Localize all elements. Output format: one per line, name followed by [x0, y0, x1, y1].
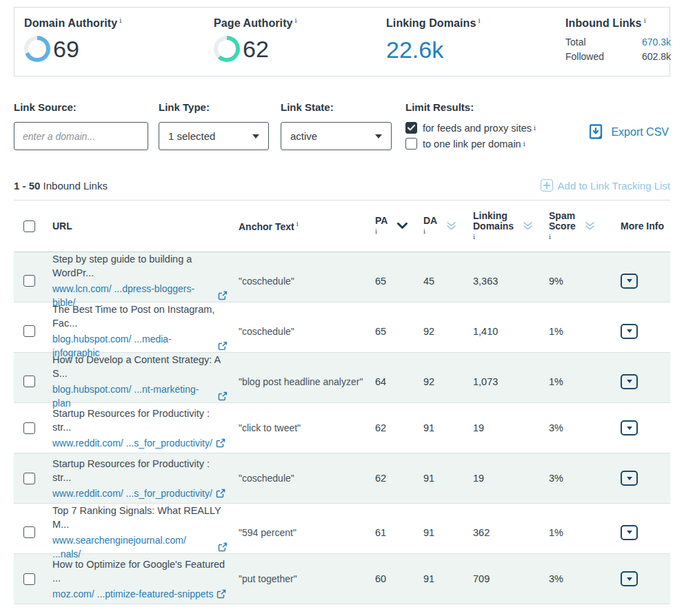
- link-url[interactable]: www.reddit.com/ ...s_for_productivity/: [52, 486, 225, 500]
- limit-option-domain[interactable]: to one link per domain i: [405, 138, 578, 150]
- info-icon[interactable]: i: [423, 226, 437, 236]
- row-checkbox[interactable]: [23, 526, 35, 538]
- linking-domains-value: 19: [473, 473, 549, 484]
- anchor-text: "594 percent": [239, 527, 375, 538]
- anchor-text: "blog post headline analyzer": [239, 376, 375, 387]
- inbound-links-label: Inbound Linksi: [565, 17, 671, 30]
- external-link-icon[interactable]: [217, 589, 226, 599]
- more-info-button[interactable]: [621, 374, 638, 389]
- pa-value: 64: [375, 376, 423, 387]
- filter-link-state: Link State: active: [281, 101, 392, 150]
- inbound-total-value[interactable]: 670.3k: [642, 35, 671, 50]
- metric-inbound-links: Inbound Linksi Total 670.3k Followed 602…: [565, 17, 671, 76]
- domain-authority-donut: [24, 36, 50, 62]
- sort-active-desc-icon[interactable]: [397, 223, 408, 229]
- filters-bar: Link Source: Link Type: 1 selected Link …: [14, 101, 670, 154]
- info-icon[interactable]: i: [523, 140, 525, 147]
- column-header-da[interactable]: DAi: [423, 216, 473, 236]
- linking-domains-value: 3,363: [473, 276, 549, 287]
- external-link-icon[interactable]: [218, 391, 228, 401]
- domain-authority-label: Domain Authorityi: [24, 17, 214, 30]
- limit-option-feeds[interactable]: for feeds and proxy sites i: [405, 122, 578, 134]
- link-type-value: 1 selected: [168, 130, 215, 142]
- more-info-button[interactable]: [621, 420, 638, 435]
- more-info-button[interactable]: [621, 324, 638, 339]
- spam-score-value: 1%: [549, 326, 610, 337]
- anchor-text: "click to tweet": [239, 422, 375, 433]
- external-link-icon[interactable]: [218, 542, 228, 552]
- da-value: 91: [423, 473, 473, 484]
- info-icon[interactable]: i: [296, 220, 299, 227]
- more-info-button[interactable]: [621, 525, 638, 540]
- chevron-down-icon: [627, 427, 632, 430]
- more-info-button[interactable]: [621, 274, 638, 289]
- column-header-spam-score[interactable]: SpamScorei: [549, 211, 610, 242]
- results-bar: 1 - 50 Inbound Links Add to Link Trackin…: [14, 179, 670, 192]
- link-type-dropdown[interactable]: 1 selected: [159, 122, 269, 150]
- external-link-icon[interactable]: [218, 341, 228, 351]
- info-icon[interactable]: i: [549, 232, 576, 242]
- link-title: Step by step guide to building a WordPr.…: [52, 252, 228, 280]
- page-authority-donut: [214, 36, 240, 62]
- column-header-url[interactable]: URL: [52, 220, 239, 232]
- limit-option-domain-label: to one link per domain: [423, 138, 521, 150]
- spam-score-value: 1%: [549, 527, 610, 538]
- external-link-icon[interactable]: [216, 438, 225, 448]
- linking-domains-value[interactable]: 22.6k: [386, 38, 565, 61]
- row-checkbox[interactable]: [23, 422, 35, 434]
- add-to-link-tracking-button[interactable]: Add to Link Tracking List: [541, 179, 670, 192]
- link-title: The Best Time to Post on Instagram, Fac.…: [52, 302, 228, 330]
- column-header-linking-domains[interactable]: LinkingDomainsi: [473, 211, 549, 242]
- row-checkbox[interactable]: [23, 275, 35, 287]
- chevron-down-icon: [627, 329, 632, 333]
- anchor-text: "put together": [239, 573, 375, 584]
- link-url-text[interactable]: www.reddit.com/ ...s_for_productivity/: [52, 486, 212, 500]
- inbound-total-label: Total: [565, 35, 586, 50]
- link-source-input[interactable]: [14, 122, 148, 150]
- export-csv-icon: [590, 123, 604, 141]
- more-info-button[interactable]: [621, 571, 638, 586]
- pa-value: 61: [375, 527, 423, 538]
- pa-value: 65: [375, 326, 423, 337]
- chevron-down-icon: [252, 134, 259, 138]
- filter-link-type: Link Type: 1 selected: [159, 101, 269, 150]
- sort-icon[interactable]: [585, 222, 594, 230]
- info-icon[interactable]: i: [119, 17, 121, 24]
- link-title: How to Optimize for Google's Featured ..…: [52, 557, 228, 585]
- table-row: The Best Time to Post on Instagram, Fac.…: [14, 302, 670, 353]
- column-header-pa[interactable]: PAi: [375, 216, 423, 236]
- row-checkbox[interactable]: [23, 473, 35, 484]
- info-icon[interactable]: i: [473, 232, 514, 242]
- info-icon[interactable]: i: [644, 17, 646, 24]
- external-link-icon[interactable]: [218, 291, 228, 300]
- checkbox-feeds[interactable]: [405, 122, 417, 134]
- select-all-checkbox[interactable]: [23, 220, 35, 232]
- link-url-text[interactable]: moz.com/ ...ptimize-featured-snippets: [52, 587, 213, 601]
- checkbox-one-per-domain[interactable]: [405, 138, 417, 150]
- link-type-label: Link Type:: [159, 101, 269, 113]
- link-url[interactable]: moz.com/ ...ptimize-featured-snippets: [52, 587, 226, 601]
- link-url-text[interactable]: www.reddit.com/ ...s_for_productivity/: [52, 436, 212, 450]
- export-csv-button[interactable]: Export CSV: [590, 123, 670, 141]
- table-row: Step by step guide to building a WordPr.…: [14, 252, 670, 302]
- link-state-dropdown[interactable]: active: [281, 122, 392, 150]
- column-header-anchor-text[interactable]: Anchor Texti: [239, 220, 375, 232]
- results-count: 1 - 50 Inbound Links: [14, 180, 108, 192]
- row-checkbox[interactable]: [23, 325, 35, 337]
- row-checkbox[interactable]: [23, 573, 35, 585]
- linking-domains-value: 1,410: [473, 326, 549, 337]
- anchor-text: "coschedule": [239, 276, 375, 287]
- link-url[interactable]: www.reddit.com/ ...s_for_productivity/: [52, 436, 225, 450]
- row-checkbox[interactable]: [23, 376, 35, 387]
- info-icon[interactable]: i: [534, 124, 536, 132]
- info-icon[interactable]: i: [295, 17, 297, 24]
- external-link-icon[interactable]: [216, 489, 225, 498]
- filter-link-source: Link Source:: [14, 101, 148, 150]
- info-icon[interactable]: i: [375, 226, 388, 236]
- sort-icon[interactable]: [447, 222, 456, 230]
- info-icon[interactable]: i: [478, 17, 480, 24]
- more-info-button[interactable]: [621, 471, 638, 486]
- pa-value: 62: [375, 422, 423, 433]
- sort-icon[interactable]: [523, 222, 532, 230]
- pa-value: 65: [375, 276, 423, 287]
